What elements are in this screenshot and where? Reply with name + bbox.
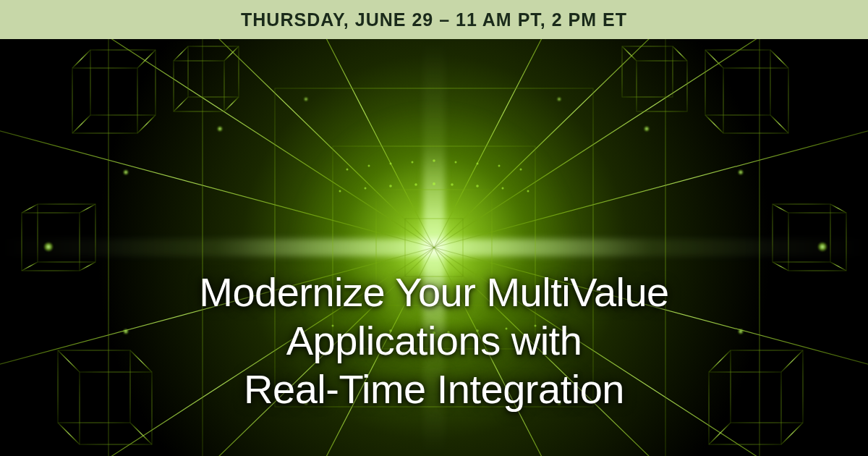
- svg-point-89: [502, 187, 504, 190]
- svg-line-54: [130, 423, 152, 444]
- svg-line-7: [434, 111, 868, 248]
- svg-line-2: [289, 39, 434, 248]
- date-banner: THURSDAY, JUNE 29 – 11 AM PT, 2 PM ET: [0, 0, 868, 39]
- sparkle-icon: [738, 169, 744, 175]
- svg-line-70: [830, 204, 846, 213]
- svg-line-63: [22, 204, 38, 213]
- svg-point-90: [527, 190, 529, 193]
- svg-point-77: [433, 159, 435, 162]
- svg-point-80: [498, 165, 501, 167]
- title-line-1: Modernize Your MultiValue: [0, 268, 868, 316]
- svg-line-19: [0, 111, 434, 248]
- svg-line-69: [773, 204, 788, 213]
- svg-line-6: [434, 39, 868, 248]
- svg-point-87: [451, 183, 454, 186]
- sparkle-icon: [304, 97, 308, 101]
- hero-title: Modernize Your MultiValue Applications w…: [0, 268, 868, 414]
- svg-line-4: [434, 39, 579, 248]
- sparkle-icon: [123, 169, 129, 175]
- svg-line-59: [709, 423, 731, 444]
- svg-line-38: [224, 97, 239, 111]
- svg-line-64: [80, 204, 95, 213]
- svg-point-82: [339, 190, 341, 193]
- sparkle-icon: [817, 242, 827, 252]
- sparkle-icon: [43, 242, 54, 252]
- svg-line-37: [174, 97, 188, 111]
- sparkle-icon: [557, 97, 561, 101]
- svg-line-35: [174, 46, 188, 61]
- svg-line-60: [781, 423, 803, 444]
- svg-line-36: [224, 46, 239, 61]
- title-line-2: Applications with: [0, 316, 868, 365]
- title-line-3: Real-Time Integration: [0, 365, 868, 413]
- svg-point-74: [368, 165, 370, 167]
- svg-line-44: [770, 115, 788, 133]
- svg-line-48: [673, 46, 687, 61]
- svg-line-42: [770, 50, 788, 68]
- svg-point-85: [414, 183, 417, 186]
- svg-point-79: [477, 163, 479, 165]
- svg-rect-45: [637, 61, 687, 111]
- svg-point-84: [389, 185, 392, 187]
- svg-line-43: [705, 115, 723, 133]
- svg-point-81: [520, 169, 522, 171]
- svg-line-31: [72, 115, 90, 133]
- svg-line-0: [0, 39, 434, 248]
- svg-point-75: [390, 163, 392, 165]
- svg-point-86: [433, 182, 435, 185]
- svg-point-88: [476, 185, 479, 187]
- banner-text: THURSDAY, JUNE 29 – 11 AM PT, 2 PM ET: [241, 9, 627, 30]
- svg-point-73: [346, 169, 349, 171]
- svg-line-53: [58, 423, 80, 444]
- svg-line-32: [137, 115, 156, 133]
- svg-line-41: [705, 50, 723, 68]
- svg-line-29: [72, 50, 90, 68]
- svg-point-78: [455, 161, 457, 164]
- svg-point-83: [365, 187, 367, 190]
- sparkle-icon: [644, 126, 650, 132]
- svg-point-76: [412, 161, 414, 164]
- sparkle-icon: [217, 126, 223, 132]
- svg-line-5: [434, 39, 723, 248]
